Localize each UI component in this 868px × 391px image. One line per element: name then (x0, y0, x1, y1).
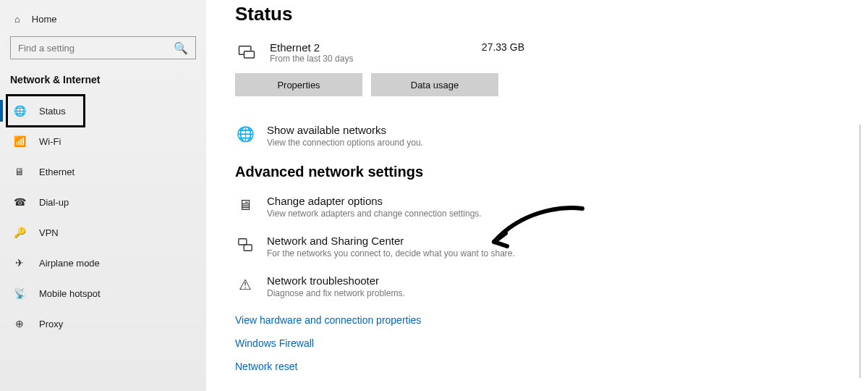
network-name: Ethernet 2 (270, 41, 470, 54)
dialup-icon: ☎ (13, 196, 26, 208)
airplane-icon: ✈ (13, 257, 26, 269)
proxy-icon: ⊕ (13, 318, 26, 329)
show-available-networks-tile[interactable]: 🌐 Show available networks View the conne… (235, 124, 839, 148)
ethernet-icon: 🖥 (13, 166, 26, 177)
page-title: Status (235, 3, 839, 25)
tile-title: Network and Sharing Center (267, 235, 515, 247)
settings-sidebar: ⌂ Home 🔍 Network & Internet 🌐 Status 📶 W… (0, 0, 206, 391)
sidebar-item-ethernet[interactable]: 🖥 Ethernet (0, 156, 206, 187)
sidebar-item-status[interactable]: 🌐 Status (0, 96, 206, 126)
svg-rect-1 (244, 51, 255, 58)
sidebar-item-label: Dial-up (39, 197, 69, 208)
sidebar-item-hotspot[interactable]: 📡 Mobile hotspot (0, 278, 206, 308)
sidebar-item-label: Status (39, 106, 66, 117)
tile-title: Change adapter options (267, 195, 482, 207)
warning-icon: ⚠ (235, 274, 255, 295)
advanced-heading: Advanced network settings (235, 164, 839, 180)
tile-subtitle: Diagnose and fix network problems. (267, 288, 405, 298)
globe-icon: 🌐 (235, 124, 255, 144)
sidebar-item-label: Mobile hotspot (39, 288, 101, 299)
sidebar-item-label: Airplane mode (39, 258, 100, 269)
search-icon: 🔍 (174, 41, 188, 55)
sidebar-item-vpn[interactable]: 🔑 VPN (0, 217, 206, 248)
windows-firewall-link[interactable]: Windows Firewall (235, 337, 839, 349)
hotspot-icon: 📡 (13, 287, 26, 299)
scrollbar[interactable] (859, 125, 861, 378)
sidebar-item-label: Wi-Fi (39, 136, 61, 147)
properties-button[interactable]: Properties (235, 73, 362, 96)
sidebar-item-label: VPN (39, 227, 59, 238)
network-usage: 27.33 GB (482, 41, 539, 53)
tile-title: Show available networks (267, 124, 423, 136)
tile-subtitle: View network adapters and change connect… (267, 209, 482, 219)
hardware-properties-link[interactable]: View hardware and connection properties (235, 314, 839, 326)
sidebar-item-proxy[interactable]: ⊕ Proxy (0, 308, 206, 339)
tile-title: Network troubleshooter (267, 274, 405, 287)
home-icon: ⌂ (14, 14, 20, 25)
home-label: Home (32, 14, 57, 25)
tile-subtitle: View the connection options around you. (267, 138, 423, 148)
network-sub: From the last 30 days (270, 54, 470, 64)
nav-list: 🌐 Status 📶 Wi-Fi 🖥 Ethernet ☎ Dial-up 🔑 … (0, 96, 206, 339)
change-adapter-tile[interactable]: 🖥 Change adapter options View network ad… (235, 195, 839, 219)
wifi-icon: 📶 (13, 135, 26, 147)
network-reset-link[interactable]: Network reset (235, 361, 839, 372)
network-troubleshooter-tile[interactable]: ⚠ Network troubleshooter Diagnose and fi… (235, 274, 839, 298)
svg-rect-2 (239, 239, 247, 245)
network-monitor-icon (235, 41, 258, 64)
section-heading: Network & Internet (0, 68, 206, 96)
network-sharing-center-tile[interactable]: Network and Sharing Center For the netwo… (235, 235, 839, 258)
search-field[interactable] (18, 43, 174, 54)
tile-subtitle: For the networks you connect to, decide … (267, 248, 515, 258)
network-summary: Ethernet 2 From the last 30 days 27.33 G… (235, 41, 539, 64)
sidebar-item-label: Ethernet (39, 167, 75, 177)
adapter-icon: 🖥 (235, 195, 255, 215)
home-button[interactable]: ⌂ Home (0, 6, 206, 32)
svg-rect-3 (244, 245, 252, 251)
sidebar-item-label: Proxy (39, 319, 63, 329)
status-icon: 🌐 (13, 105, 26, 117)
sidebar-item-wifi[interactable]: 📶 Wi-Fi (0, 126, 206, 156)
sidebar-item-dialup[interactable]: ☎ Dial-up (0, 187, 206, 217)
sharing-icon (235, 235, 255, 255)
data-usage-button[interactable]: Data usage (371, 73, 498, 96)
sidebar-item-airplane[interactable]: ✈ Airplane mode (0, 248, 206, 278)
main-panel: Status Ethernet 2 From the last 30 days … (206, 0, 868, 391)
search-input[interactable]: 🔍 (10, 36, 196, 59)
vpn-icon: 🔑 (13, 227, 26, 238)
